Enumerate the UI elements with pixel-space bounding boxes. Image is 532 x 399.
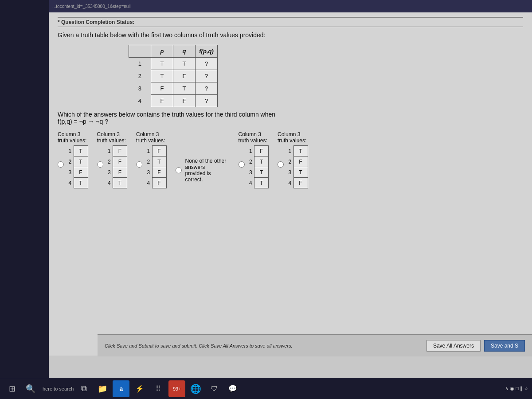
- table-header-p: p: [151, 45, 173, 58]
- security-icon[interactable]: 🛡: [206, 380, 223, 397]
- table-row: 4 F F ?: [129, 95, 218, 107]
- search-taskbar-label: here to search: [43, 386, 74, 391]
- task-view-button[interactable]: ⧉: [75, 380, 92, 397]
- radio-container-2: 1F 2F 3F 4T: [97, 145, 128, 188]
- url-text: ...tocontent_id=_35345000_1&step=null: [52, 4, 131, 9]
- table-header-empty: [129, 45, 151, 58]
- radio-choice-none[interactable]: [176, 167, 182, 173]
- radio-choice-5[interactable]: [278, 161, 284, 168]
- page-content: * Question Completion Status: Given a tr…: [49, 12, 532, 356]
- table-row: 3 F T ?: [129, 82, 218, 95]
- bottom-buttons: Save All Answers Save and S: [426, 340, 525, 352]
- table-row: 1 T T ?: [129, 58, 218, 70]
- table-header-fpq: f(p,q): [196, 45, 218, 58]
- left-sidebar: [0, 0, 49, 378]
- question-which: Which of the answers below contains the …: [58, 111, 523, 125]
- bottom-bar: Click Save and Submit to save and submit…: [98, 334, 532, 356]
- taskbar: ⊞ 🔍 here to search ⧉ 📁 a ⚡ ⠿ 99+ 🌐 🛡 💬 ∧…: [0, 378, 532, 399]
- choice-table-4: 1F 2T 3T 4T: [247, 145, 269, 188]
- flash-button[interactable]: ⚡: [131, 380, 148, 397]
- taskbar-icons-right: ∧ ◉ □ ∥ ☆: [505, 386, 528, 391]
- radio-choice-3[interactable]: [136, 161, 142, 168]
- bottom-instruction: Click Save and Submit to save and submit…: [105, 343, 292, 348]
- table-row: 2 T F ?: [129, 70, 218, 82]
- radio-container-4: 1F 2T 3T 4T: [239, 145, 269, 188]
- url-bar: ...tocontent_id=_35345000_1&step=null: [49, 0, 532, 12]
- table-header-q: q: [173, 45, 196, 58]
- radio-container-5: 1T 2F 3T 4F: [278, 145, 308, 188]
- chat-icon[interactable]: 💬: [224, 380, 241, 397]
- answer-choice-3: Column 3 truth values: 1F 2T 3F 4F: [136, 131, 167, 188]
- truth-table: p q f(p,q) 1 T T ? 2 T F ?: [129, 45, 218, 107]
- answer-choice-none: None of the other answers provided is co…: [176, 158, 230, 183]
- search-button[interactable]: 🔍: [22, 380, 39, 397]
- answer-choice-5: Column 3 truth values: 1T 2F 3T 4F: [278, 131, 308, 188]
- save-all-answers-button[interactable]: Save All Answers: [426, 340, 481, 352]
- radio-container-1: 1T 2T 3F 4T: [58, 145, 88, 188]
- answer-choice-2: Column 3 truth values: 1F 2F 3F 4T: [97, 131, 128, 188]
- radio-choice-2[interactable]: [97, 161, 103, 168]
- radio-choice-1[interactable]: [58, 161, 64, 168]
- windows-start-button[interactable]: ⊞: [4, 380, 20, 397]
- radio-container-none: None of the other answers provided is co…: [176, 158, 230, 183]
- radio-container-3: 1F 2T 3F 4F: [136, 145, 167, 188]
- choice-table-5: 1T 2F 3T 4F: [286, 145, 308, 188]
- choice-table-1: 1T 2T 3F 4T: [66, 145, 88, 188]
- file-explorer-button[interactable]: 📁: [94, 380, 111, 397]
- answer-choice-4: Column 3 truth values: 1F 2T 3T 4T: [239, 131, 269, 188]
- question-completion-status: * Question Completion Status:: [58, 17, 523, 27]
- main-content: ...tocontent_id=_35345000_1&step=null * …: [49, 0, 532, 378]
- answers-wrapper: Column 3 truth values: 1T 2T 3F 4T: [58, 131, 523, 188]
- browser-button[interactable]: a: [113, 380, 129, 397]
- counter-badge: 99+: [168, 380, 185, 397]
- answer-choice-1: Column 3 truth values: 1T 2T 3F 4T: [58, 131, 88, 188]
- save-and-submit-button[interactable]: Save and S: [484, 340, 525, 352]
- choice-table-2: 1F 2F 3F 4T: [106, 145, 128, 188]
- choice-table-3: 1F 2T 3F 4F: [145, 145, 167, 188]
- apps-grid-button[interactable]: ⠿: [150, 380, 167, 397]
- browser-icon[interactable]: 🌐: [187, 380, 204, 397]
- taskbar-right: ∧ ◉ □ ∥ ☆: [505, 386, 528, 391]
- question-intro: Given a truth table below with the first…: [58, 31, 523, 39]
- radio-choice-4[interactable]: [239, 161, 245, 168]
